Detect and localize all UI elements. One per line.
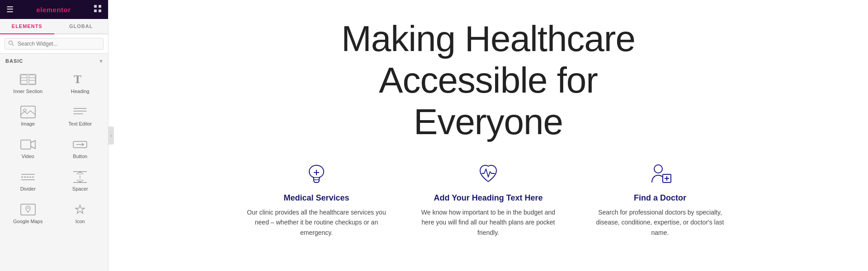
svg-rect-0 xyxy=(94,5,97,8)
button-icon xyxy=(72,138,88,151)
tabs-row: ELEMENTS GLOBAL xyxy=(0,19,108,34)
hamburger-icon[interactable]: ☰ xyxy=(6,5,14,14)
widgets-grid: Inner Section T Heading xyxy=(0,66,108,229)
search-bar xyxy=(0,34,108,54)
spacer-icon xyxy=(72,171,88,183)
widget-spacer[interactable]: Spacer xyxy=(54,164,107,196)
svg-text:T: T xyxy=(74,73,81,86)
widget-icon-label: Icon xyxy=(75,219,85,224)
feature-find-doctor-title: Find a Doctor xyxy=(634,193,686,203)
svg-point-32 xyxy=(654,165,662,173)
feature-add-heading-desc: We know how important to be in the budge… xyxy=(416,207,561,238)
grid-icon[interactable] xyxy=(94,5,102,14)
main-heading: Making Healthcare Accessible for Everyon… xyxy=(341,18,635,143)
widget-text-editor[interactable]: Text Editor xyxy=(54,99,107,131)
divider-icon xyxy=(20,171,36,183)
brain-medical-icon xyxy=(303,161,330,188)
basic-chevron[interactable]: ▾ xyxy=(99,57,103,65)
widget-icon[interactable]: Icon xyxy=(54,196,107,229)
widget-spacer-label: Spacer xyxy=(72,186,88,192)
image-icon xyxy=(20,106,36,118)
widget-google-maps-label: Google Maps xyxy=(13,219,42,224)
map-icon xyxy=(20,203,36,216)
video-icon xyxy=(20,138,36,151)
svg-rect-14 xyxy=(21,106,35,118)
basic-label: BASIC xyxy=(5,58,23,64)
svg-rect-19 xyxy=(21,140,31,149)
search-icon xyxy=(8,40,14,47)
icon-widget-icon xyxy=(72,203,88,216)
feature-add-heading: Add Your Heading Text Here We know how i… xyxy=(416,161,561,238)
svg-rect-2 xyxy=(94,9,97,12)
inner-section-icon xyxy=(20,73,36,86)
widget-button-label: Button xyxy=(73,154,87,159)
feature-medical-services-title: Medical Services xyxy=(283,193,349,203)
canvas: Making Healthcare Accessible for Everyon… xyxy=(108,0,868,271)
widget-image[interactable]: Image xyxy=(2,99,54,131)
svg-rect-6 xyxy=(20,75,36,85)
widget-divider[interactable]: Divider xyxy=(2,164,54,196)
svg-rect-7 xyxy=(21,75,27,84)
feature-find-doctor-desc: Search for professional doctors by speci… xyxy=(588,207,732,238)
heading-icon: T xyxy=(72,73,88,86)
left-panel: ☰ elementor ELEMENTS GLOBAL xyxy=(0,0,108,271)
widget-image-label: Image xyxy=(21,121,35,126)
feature-medical-services: Medical Services Our clinic provides all… xyxy=(244,161,389,238)
heart-pulse-icon xyxy=(475,161,502,188)
text-editor-icon xyxy=(72,106,88,118)
widget-text-editor-label: Text Editor xyxy=(68,121,92,126)
tab-elements[interactable]: ELEMENTS xyxy=(0,19,54,34)
search-input[interactable] xyxy=(5,38,104,50)
widget-video-label: Video xyxy=(22,154,34,159)
elementor-logo: elementor xyxy=(36,6,71,14)
widget-heading-label: Heading xyxy=(71,89,90,94)
doctor-cross-icon xyxy=(646,161,674,188)
svg-point-29 xyxy=(27,207,28,209)
widget-inner-section-label: Inner Section xyxy=(13,89,42,94)
svg-line-5 xyxy=(12,44,14,46)
widget-button[interactable]: Button xyxy=(54,131,107,164)
feature-add-heading-title: Add Your Heading Text Here xyxy=(434,193,542,203)
feature-medical-services-desc: Our clinic provides all the healthcare s… xyxy=(244,207,389,238)
top-bar: ☰ elementor xyxy=(0,0,108,19)
tab-global[interactable]: GLOBAL xyxy=(54,19,108,33)
panel-collapse-handle[interactable]: ‹ xyxy=(108,126,114,145)
svg-rect-8 xyxy=(29,75,35,84)
svg-point-15 xyxy=(24,109,26,112)
widget-divider-label: Divider xyxy=(20,186,36,192)
widget-google-maps[interactable]: Google Maps xyxy=(2,196,54,229)
widget-inner-section[interactable]: Inner Section xyxy=(2,66,54,99)
widget-video[interactable]: Video xyxy=(2,131,54,164)
svg-rect-1 xyxy=(99,5,101,8)
feature-find-doctor: Find a Doctor Search for professional do… xyxy=(588,161,732,238)
features-row: Medical Services Our clinic provides all… xyxy=(240,161,737,238)
svg-rect-3 xyxy=(99,9,101,12)
basic-section-header[interactable]: BASIC ▾ xyxy=(0,54,108,66)
widget-heading[interactable]: T Heading xyxy=(54,66,107,99)
